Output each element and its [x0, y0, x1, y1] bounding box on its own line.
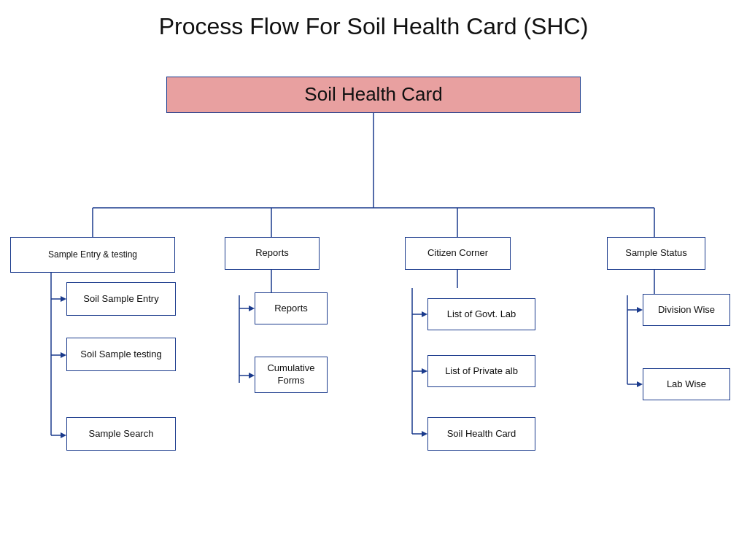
branch3-child2: List of Private alb — [427, 355, 535, 387]
root-box: Soil Health Card — [166, 77, 581, 113]
svg-marker-6 — [61, 296, 66, 302]
branch3-child3: Soil Health Card — [427, 417, 535, 451]
branch2-child2: Cumulative Forms — [255, 357, 328, 393]
branch1-box: Sample Entry & testing — [10, 237, 175, 273]
svg-marker-17 — [249, 373, 255, 378]
branch3-box: Citizen Corner — [405, 237, 511, 270]
svg-marker-24 — [422, 368, 427, 374]
branch1-child2: Soil Sample testing — [66, 338, 176, 371]
svg-marker-26 — [422, 431, 427, 437]
page-title: Process Flow For Soil Health Card (SHC) — [0, 0, 747, 47]
branch2-box: Reports — [225, 237, 320, 270]
branch3-child1: List of Govt. Lab — [427, 298, 535, 330]
branch4-child1: Division Wise — [643, 294, 730, 326]
svg-marker-15 — [249, 306, 255, 311]
branch4-child2: Lab Wise — [643, 368, 730, 400]
svg-marker-22 — [422, 311, 427, 317]
branch1-child3: Sample Search — [66, 417, 176, 451]
svg-marker-31 — [637, 307, 643, 313]
diagram-area: Soil Health Card Sample Entry & testing … — [0, 47, 747, 543]
branch1-child1: Soil Sample Entry — [66, 282, 176, 316]
svg-marker-10 — [61, 432, 66, 438]
svg-marker-8 — [61, 352, 66, 358]
branch2-child1: Reports — [255, 292, 328, 324]
branch4-box: Sample Status — [607, 237, 705, 270]
svg-marker-33 — [637, 381, 643, 387]
